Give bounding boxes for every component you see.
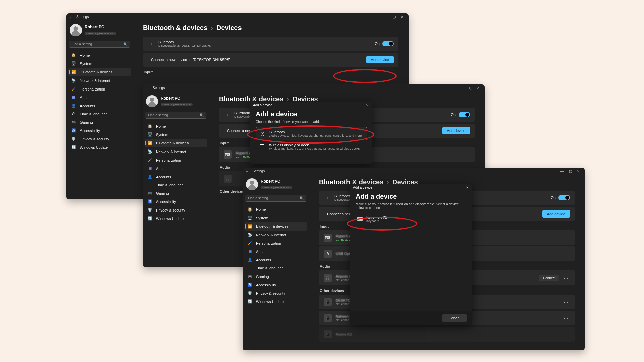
dialog-close-button[interactable]: ✕ [465, 186, 470, 189]
update-icon: 🔄 [247, 299, 253, 304]
sidebar: Robert PC robert.pc@example.com Find a s… [243, 174, 309, 350]
nav-personalization[interactable]: 🖌️Personalization [145, 156, 207, 164]
nav-system[interactable]: 🖥️System [68, 59, 131, 68]
nav-accessibility[interactable]: ♿Accessibility [145, 197, 207, 206]
nav-gaming[interactable]: 🎮Gaming [245, 272, 307, 281]
phone-icon: 📱 [324, 298, 332, 306]
maximize-button[interactable]: ▢ [468, 86, 473, 90]
back-icon[interactable]: ← [245, 169, 250, 173]
headphones-icon: 🎧 [324, 274, 332, 282]
nav-apps[interactable]: ▦Apps [145, 164, 207, 173]
profile[interactable]: Robert PC robert.pc@example.com [245, 177, 307, 194]
minimize-button[interactable]: — [460, 86, 465, 90]
nav-time[interactable]: ⏱Time & language [145, 181, 207, 189]
nav-bluetooth[interactable]: 📶Bluetooth & devices [245, 222, 307, 231]
update-icon: 🔄 [71, 145, 76, 149]
profile[interactable]: Robert PC robert.pc@example.com [145, 94, 207, 111]
nav-privacy[interactable]: 🛡️Privacy & security [245, 289, 307, 297]
nav-home[interactable]: 🏠Home [145, 122, 207, 130]
nav-gaming[interactable]: 🎮Gaming [68, 118, 131, 126]
nav-privacy[interactable]: 🛡️Privacy & security [145, 206, 207, 214]
nav-bluetooth[interactable]: 📶Bluetooth & devices [68, 68, 131, 76]
gaming-icon: 🎮 [147, 191, 153, 195]
bluetooth-icon: ⚹ [259, 131, 265, 137]
nav-accessibility[interactable]: ♿Accessibility [68, 126, 131, 135]
nav-accounts[interactable]: 👤Accounts [145, 173, 207, 181]
option-bluetooth[interactable]: ⚹ Bluetooth Audio devices, mice, keyboar… [256, 127, 367, 140]
more-button[interactable]: ··· [562, 235, 570, 240]
maximize-button[interactable]: ▢ [568, 169, 573, 173]
nav-privacy[interactable]: 🛡️Privacy & security [68, 135, 131, 143]
more-button[interactable]: ··· [562, 275, 570, 281]
search-placeholder: Find a setting [72, 42, 92, 46]
bt-toggle[interactable] [558, 195, 570, 200]
keyboard-icon: ⌨ [324, 234, 332, 242]
dialog-close-button[interactable]: ✕ [365, 103, 370, 107]
minimize-button[interactable]: — [560, 169, 565, 173]
mouse-icon: 🖱 [324, 250, 332, 258]
nav-time[interactable]: ⏱Time & language [68, 110, 131, 118]
connect-button[interactable]: Connect [539, 275, 559, 281]
dialog-header: Add a device ✕ [350, 184, 472, 191]
more-button[interactable]: ··· [562, 299, 570, 305]
nav-update[interactable]: 🔄Windows Update [145, 214, 207, 223]
nav-accessibility[interactable]: ♿Accessibility [245, 281, 307, 289]
minimize-button[interactable]: — [384, 15, 388, 19]
home-icon: 🏠 [247, 207, 253, 212]
nav-personalization[interactable]: 🖌️Personalization [68, 85, 131, 93]
more-button[interactable]: ··· [562, 251, 570, 256]
search-input[interactable]: Find a setting 🔍 [145, 112, 206, 119]
add-device-button[interactable]: Add device [366, 56, 394, 63]
bt-toggle[interactable] [459, 112, 470, 117]
close-button[interactable]: ✕ [476, 86, 481, 90]
avatar [246, 178, 258, 190]
close-button[interactable]: ✕ [576, 169, 581, 173]
nav-gaming[interactable]: 🎮Gaming [145, 189, 207, 197]
monitor-icon: 🖵 [259, 144, 265, 150]
nav-personalization[interactable]: 🖌️Personalization [245, 239, 307, 247]
nav-network[interactable]: 📡Network & internet [145, 147, 207, 156]
breadcrumb-sep-icon: › [211, 24, 213, 32]
add-device-button[interactable]: Add device [542, 210, 570, 218]
add-device-button[interactable]: Add device [442, 127, 470, 134]
nav-update[interactable]: 🔄Windows Update [245, 297, 307, 306]
found-device[interactable]: Keychron K2 Keyboard [356, 213, 467, 225]
nav-apps[interactable]: ▦Apps [245, 247, 307, 256]
nav-system[interactable]: 🖥️System [145, 130, 207, 139]
nav-apps[interactable]: ▦Apps [68, 93, 131, 102]
section-input: Input [144, 70, 398, 74]
option-wireless-display[interactable]: 🖵 Wireless display or dock Wireless moni… [256, 140, 367, 153]
back-icon[interactable]: ← [145, 86, 150, 90]
cancel-button[interactable]: Cancel [442, 314, 467, 322]
accounts-icon: 👤 [71, 104, 76, 108]
nav-home[interactable]: 🏠Home [68, 51, 131, 59]
breadcrumb-a[interactable]: Bluetooth & devices [143, 24, 207, 32]
profile-name: Robert PC [85, 25, 116, 29]
profile[interactable]: Robert PC robert.pc@example.com [68, 23, 131, 40]
search-input[interactable]: Find a setting 🔍 [245, 195, 306, 202]
gaming-icon: 🎮 [71, 120, 76, 124]
more-button[interactable]: ··· [462, 152, 470, 157]
nav-time[interactable]: ⏱Time & language [245, 264, 307, 272]
nav-accounts[interactable]: 👤Accounts [245, 256, 307, 264]
maximize-button[interactable]: ▢ [392, 15, 396, 19]
search-input[interactable]: Find a setting 🔍 [69, 41, 130, 48]
dialog-title: Add a device [256, 110, 367, 118]
nav-network[interactable]: 📡Network & internet [245, 231, 307, 239]
bt-toggle[interactable] [382, 41, 394, 46]
nav-accounts[interactable]: 👤Accounts [68, 102, 131, 110]
system-icon: 🖥️ [71, 61, 76, 66]
close-button[interactable]: ✕ [400, 15, 405, 19]
dialog-subtitle: Choose the kind of device you want to ad… [256, 120, 367, 124]
nav-home[interactable]: 🏠Home [245, 205, 307, 214]
update-icon: 🔄 [147, 216, 153, 221]
nav-bluetooth[interactable]: 📶Bluetooth & devices [145, 139, 207, 147]
nav-network[interactable]: 📡Network & internet [68, 76, 131, 85]
nav-update[interactable]: 🔄Windows Update [68, 143, 131, 152]
phone-icon: 📱 [324, 330, 332, 338]
bluetooth-icon: 📶 [247, 224, 253, 229]
device-row[interactable]: 📱 Redmi K2 [319, 327, 575, 342]
nav-system[interactable]: 🖥️System [245, 214, 307, 222]
back-icon[interactable]: ← [68, 15, 74, 19]
more-button[interactable]: ··· [562, 315, 570, 321]
